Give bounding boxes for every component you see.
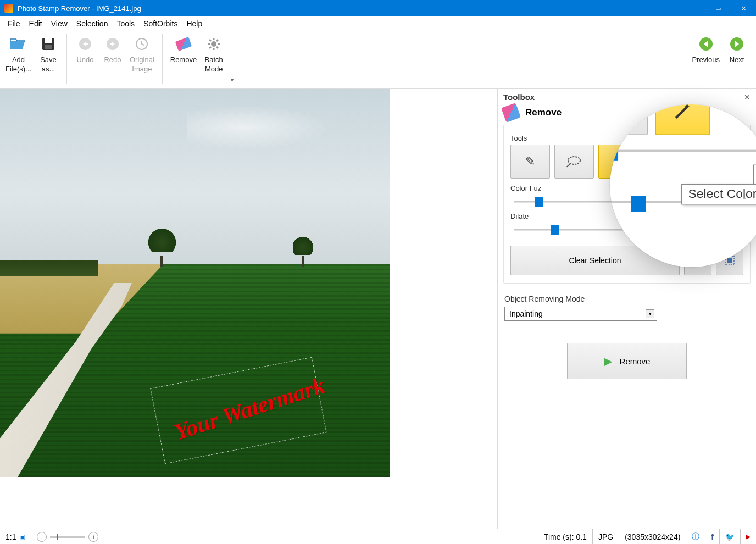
status-format: JPG (592, 529, 619, 544)
svg-rect-22 (695, 257, 701, 260)
mode-label: Object Removing Mode (504, 295, 756, 303)
save-icon (40, 35, 57, 53)
image-canvas: Your Watermark (0, 89, 390, 477)
original-image-button[interactable]: Original Image (126, 34, 158, 88)
batch-mode-dropdown[interactable]: ▾ (231, 77, 234, 88)
previous-icon (697, 35, 715, 53)
history-icon (133, 35, 151, 53)
color-fuzziness-label: Color Fuz (510, 184, 743, 192)
status-dimensions: (3035x3024x24) (619, 529, 686, 544)
menu-help[interactable]: Help (182, 18, 207, 29)
window-title: Photo Stamp Remover - IMG_2141.jpg (18, 4, 141, 13)
save-as-button[interactable]: Saveas... (35, 34, 62, 88)
svg-rect-2 (45, 45, 52, 49)
menu-file[interactable]: File (3, 18, 25, 29)
zoom-in-button[interactable]: + (88, 532, 98, 542)
fit-screen-icon: ▣ (19, 533, 25, 541)
menu-selection[interactable]: Selection (72, 18, 113, 29)
svg-line-11 (209, 40, 211, 41)
mode-combobox[interactable]: Inpainting ▾ (504, 307, 657, 321)
magic-wand-tool[interactable] (598, 145, 638, 179)
menu-bar: File Edit View Selection Tools SoftOrbit… (0, 16, 756, 31)
save-selection-button[interactable] (684, 246, 711, 275)
undo-button[interactable]: Undo (71, 34, 99, 88)
close-button[interactable]: ✕ (731, 0, 756, 16)
svg-rect-1 (45, 38, 52, 43)
next-button[interactable]: Next (723, 34, 751, 65)
maximize-button[interactable]: ▭ (705, 0, 731, 16)
lasso-tool[interactable] (554, 145, 594, 179)
folder-open-icon (9, 35, 27, 53)
mode-value: Inpainting (509, 309, 543, 318)
eraser-icon (175, 35, 192, 53)
minimize-button[interactable]: ― (680, 0, 705, 16)
clear-selection-button[interactable]: Clear Selection (510, 246, 680, 275)
dilate-value[interactable]: 2 (716, 223, 743, 237)
title-bar: Photo Stamp Remover - IMG_2141.jpg ― ▭ ✕ (0, 0, 756, 16)
menu-softorbits[interactable]: SoftOrbits (139, 18, 182, 29)
svg-line-14 (216, 40, 218, 41)
toolbox-panel: Toolbox ✕ Remove Tools ✎ Color Fuz 0 Di (497, 89, 756, 529)
gear-icon (205, 35, 223, 53)
remove-button[interactable]: Remove (167, 34, 200, 88)
add-files-button[interactable]: Add File(s)... (2, 34, 35, 88)
zoom-out-button[interactable]: − (37, 532, 47, 542)
chevron-down-icon: ▾ (646, 309, 654, 318)
batch-mode-button[interactable]: Batch Mode (200, 34, 227, 88)
svg-rect-24 (727, 258, 732, 263)
toolbox-title: Toolbox (503, 92, 535, 102)
status-time: Time (s): 0.1 (538, 529, 592, 544)
previous-button[interactable]: Previous (688, 34, 723, 65)
zoom-slider-seg: − + (31, 529, 104, 544)
status-bar: 1:1 ▣ − + Time (s): 0.1 JPG (3035x3024x2… (0, 529, 756, 544)
canvas-area[interactable]: Your Watermark (0, 89, 497, 529)
eraser-icon (501, 103, 521, 123)
facebook-icon[interactable]: f (705, 529, 719, 544)
tools-label: Tools (510, 134, 743, 142)
redo-icon (104, 35, 121, 53)
undo-icon (76, 35, 94, 53)
pencil-tool[interactable]: ✎ (510, 145, 550, 179)
svg-line-12 (216, 47, 218, 48)
svg-point-6 (211, 41, 216, 47)
toolbox-close-icon[interactable]: ✕ (744, 93, 751, 102)
tools-section: Tools ✎ Color Fuz 0 Dilate 2 (503, 125, 751, 284)
main-area: Your Watermark Toolbox ✕ Remove Tools ✎ … (0, 89, 756, 529)
color-fuzziness-value[interactable]: 0 (716, 195, 743, 209)
remove-action-button[interactable]: ▶ Remove (567, 343, 687, 379)
svg-rect-18 (719, 164, 726, 167)
menu-edit[interactable]: Edit (25, 18, 47, 29)
svg-point-20 (719, 157, 726, 160)
app-icon (4, 4, 13, 13)
info-icon[interactable]: ⓘ (686, 529, 705, 544)
svg-point-17 (568, 157, 580, 164)
dilate-label: Dilate (510, 212, 743, 220)
play-icon: ▶ (604, 354, 612, 368)
mag-value: 0 (753, 165, 756, 187)
load-selection-button[interactable] (716, 246, 743, 275)
clone-stamp-tool[interactable] (702, 145, 743, 179)
menu-tools[interactable]: Tools (112, 18, 139, 29)
zoom-ratio[interactable]: 1:1 ▣ (0, 529, 31, 544)
section-title: Remove (525, 107, 562, 118)
svg-line-13 (209, 47, 211, 48)
next-icon (728, 35, 746, 53)
youtube-icon[interactable]: ▶ (740, 529, 756, 544)
redo-button[interactable]: Redo (99, 34, 126, 88)
toolbar: Add File(s)... Saveas... Undo Redo Origi… (0, 31, 756, 89)
dilate-slider[interactable] (510, 224, 711, 236)
menu-view[interactable]: View (47, 18, 72, 29)
twitter-icon[interactable]: 🐦 (719, 529, 740, 544)
color-fuzziness-slider[interactable] (510, 196, 711, 208)
zoom-slider[interactable] (50, 536, 85, 538)
